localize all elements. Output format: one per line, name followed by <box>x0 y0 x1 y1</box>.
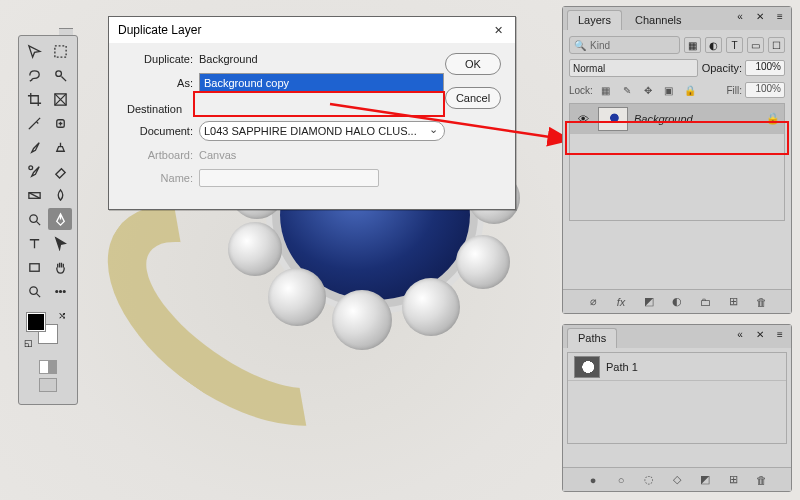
duplicate-layer-dialog: Duplicate Layer ✕ Duplicate: Background … <box>108 16 516 210</box>
new-path-icon[interactable]: ⊞ <box>725 472 741 488</box>
layer-mask-icon[interactable]: ◩ <box>641 294 657 310</box>
halo-diamond <box>228 222 282 276</box>
history-brush-tool[interactable] <box>22 160 46 182</box>
close-panel-icon[interactable]: ✕ <box>753 328 767 340</box>
opacity-field[interactable]: 100% <box>745 60 785 76</box>
delete-layer-icon[interactable]: 🗑 <box>753 294 769 310</box>
tab-paths[interactable]: Paths <box>567 328 617 348</box>
path-item[interactable]: Path 1 <box>568 353 786 381</box>
fill-field[interactable]: 100% <box>745 82 785 98</box>
blur-tool[interactable] <box>48 184 72 206</box>
svg-point-6 <box>29 214 37 222</box>
clone-stamp-tool[interactable] <box>48 136 72 158</box>
swap-colors-icon[interactable]: ⤭ <box>58 310 66 321</box>
svg-point-4 <box>28 165 32 169</box>
as-input[interactable] <box>199 73 444 93</box>
document-select[interactable]: L043 SAPPHIRE DIAMOND HALO CLUS... <box>199 121 445 141</box>
new-layer-icon[interactable]: ⊞ <box>725 294 741 310</box>
tab-channels[interactable]: Channels <box>624 10 692 30</box>
svg-point-10 <box>59 290 61 292</box>
close-panel-icon[interactable]: ✕ <box>753 10 767 22</box>
paths-panel: Paths « ✕ ≡ Path 1 ● ○ ◌ ◇ ◩ ⊞ 🗑 <box>562 324 792 492</box>
filter-adjust-icon[interactable]: ◐ <box>705 37 722 53</box>
pen-tool[interactable] <box>48 208 72 230</box>
type-tool[interactable] <box>22 232 46 254</box>
group-icon[interactable]: 🗀 <box>697 294 713 310</box>
crop-tool[interactable] <box>22 88 46 110</box>
hand-tool[interactable] <box>48 256 72 278</box>
lock-label: Lock: <box>569 85 593 96</box>
layer-list: 👁 Background 🔒 <box>569 103 785 221</box>
blend-mode-select[interactable]: Normal <box>569 59 698 77</box>
default-colors-icon[interactable]: ◱ <box>24 338 33 348</box>
frame-tool[interactable] <box>48 88 72 110</box>
link-layers-icon[interactable]: ⌀ <box>585 294 601 310</box>
screen-mode-row <box>22 360 74 374</box>
lock-transparent-icon[interactable]: ▦ <box>599 83 613 97</box>
visibility-icon[interactable]: 👁 <box>574 110 592 128</box>
layers-panel: Layers Channels « ✕ ≡ 🔍 Kind ▦ ◐ T ▭ ☐ N… <box>562 6 792 314</box>
stroke-path-icon[interactable]: ○ <box>613 472 629 488</box>
move-tool[interactable] <box>22 40 46 62</box>
svg-rect-7 <box>29 263 38 271</box>
layer-fx-icon[interactable]: fx <box>613 294 629 310</box>
filter-smart-icon[interactable]: ☐ <box>768 37 785 53</box>
marquee-tool[interactable] <box>48 40 72 62</box>
lock-position-icon[interactable]: ✥ <box>641 83 655 97</box>
eyedropper-tool[interactable] <box>22 112 46 134</box>
brush-tool[interactable] <box>22 136 46 158</box>
edit-toolbar[interactable] <box>48 280 72 302</box>
filter-shape-icon[interactable]: ▭ <box>747 37 764 53</box>
name-input <box>199 169 379 187</box>
path-mask-icon[interactable]: ◩ <box>697 472 713 488</box>
quick-select-tool[interactable] <box>48 64 72 86</box>
lock-all-icon[interactable]: 🔒 <box>683 83 697 97</box>
ok-button[interactable]: OK <box>445 53 501 75</box>
cancel-button[interactable]: Cancel <box>445 87 501 109</box>
dialog-titlebar[interactable]: Duplicate Layer ✕ <box>109 17 515 43</box>
layer-name-label[interactable]: Background <box>634 113 760 125</box>
dodge-tool[interactable] <box>22 208 46 230</box>
foreground-color-swatch[interactable] <box>26 312 46 332</box>
layer-filter-kind[interactable]: 🔍 Kind <box>569 36 680 54</box>
screen-mode-toggle[interactable] <box>39 378 57 392</box>
eraser-tool[interactable] <box>48 160 72 182</box>
collapse-icon[interactable]: « <box>733 10 747 22</box>
as-label: As: <box>121 77 199 89</box>
path-thumbnail[interactable] <box>574 356 600 378</box>
rectangle-tool[interactable] <box>22 256 46 278</box>
search-icon: 🔍 <box>574 40 586 51</box>
lasso-tool[interactable] <box>22 64 46 86</box>
path-select-tool[interactable] <box>48 232 72 254</box>
layer-item-background[interactable]: 👁 Background 🔒 <box>570 104 784 134</box>
path-to-selection-icon[interactable]: ◌ <box>641 472 657 488</box>
layers-footer: ⌀ fx ◩ ◐ 🗀 ⊞ 🗑 <box>563 289 791 313</box>
lock-image-icon[interactable]: ✎ <box>620 83 634 97</box>
document-label: Document: <box>121 125 199 137</box>
lock-icon[interactable]: 🔒 <box>766 112 780 126</box>
collapse-icon[interactable]: « <box>733 328 747 340</box>
delete-path-icon[interactable]: 🗑 <box>753 472 769 488</box>
lock-nested-icon[interactable]: ▣ <box>662 83 676 97</box>
svg-point-1 <box>55 70 61 76</box>
selection-to-path-icon[interactable]: ◇ <box>669 472 685 488</box>
adjustment-layer-icon[interactable]: ◐ <box>669 294 685 310</box>
fill-path-icon[interactable]: ● <box>585 472 601 488</box>
panel-menu-icon[interactable]: ≡ <box>773 10 787 22</box>
fill-label: Fill: <box>726 85 742 96</box>
layer-thumbnail[interactable] <box>598 107 628 131</box>
gradient-tool[interactable] <box>22 184 46 206</box>
path-list: Path 1 <box>567 352 787 444</box>
zoom-tool[interactable] <box>22 280 46 302</box>
tab-layers[interactable]: Layers <box>567 10 622 30</box>
svg-point-9 <box>55 290 57 292</box>
filter-pixel-icon[interactable]: ▦ <box>684 37 701 53</box>
path-name-label[interactable]: Path 1 <box>606 361 638 373</box>
filter-type-icon[interactable]: T <box>726 37 743 53</box>
close-icon[interactable]: ✕ <box>490 22 506 38</box>
panel-menu-icon[interactable]: ≡ <box>773 328 787 340</box>
halo-diamond <box>268 268 326 326</box>
color-swatches[interactable]: ⤭ ◱ <box>24 310 72 350</box>
quickmask-toggle[interactable] <box>39 360 57 374</box>
spot-heal-tool[interactable] <box>48 112 72 134</box>
